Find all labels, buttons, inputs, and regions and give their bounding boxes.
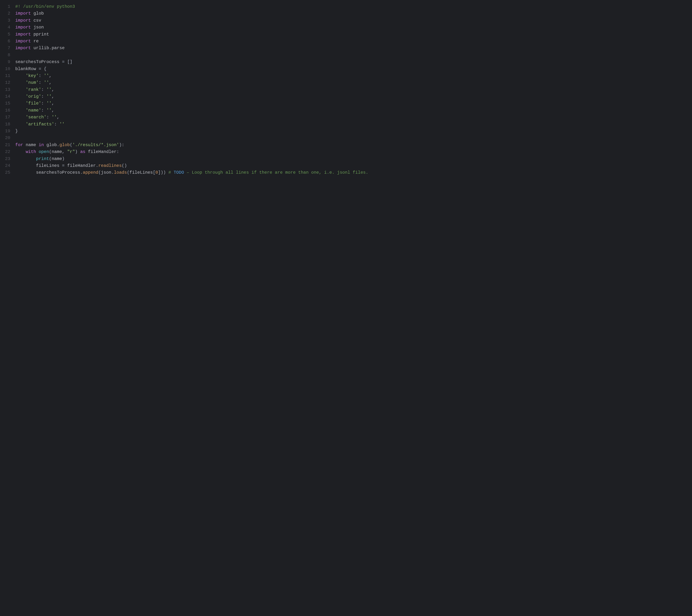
token-punct (65, 60, 67, 64)
code-line[interactable]: #! /usr/bin/env python3 (15, 3, 690, 10)
code-line[interactable]: with open(name, "r") as fileHandler: (15, 149, 690, 155)
token-punct (41, 80, 44, 85)
token-punct (44, 142, 46, 147)
code-line[interactable]: import csv (15, 17, 690, 24)
token-punct (60, 60, 62, 64)
code-line[interactable]: 'search': '', (15, 114, 690, 121)
token-punct (31, 11, 33, 16)
token-punct (41, 66, 44, 71)
code-line[interactable]: import pprint (15, 31, 690, 38)
token-punct (36, 149, 39, 154)
line-number: 2 (5, 10, 10, 17)
token-ident: json (34, 25, 44, 30)
token-punct (15, 87, 26, 92)
token-string: 'artifacts' (26, 122, 54, 127)
token-punct (15, 156, 36, 161)
token-punct: , (49, 80, 51, 85)
token-call: append (83, 170, 98, 175)
token-punct: ) (75, 149, 78, 154)
token-punct: ) (119, 142, 122, 147)
token-keyword: with (26, 149, 36, 154)
code-editor[interactable]: 1234567891011121314151617181920212223242… (0, 0, 692, 616)
token-punct (57, 122, 59, 127)
token-punct: : (39, 80, 41, 85)
token-string: 'name' (26, 108, 41, 113)
token-punct: ] (158, 170, 160, 175)
token-punct: ( (127, 170, 129, 175)
token-builtin: print (36, 156, 49, 161)
line-number-gutter: 1234567891011121314151617181920212223242… (0, 3, 15, 613)
token-punct: ) (163, 170, 166, 175)
token-punct: , (51, 94, 54, 99)
token-punct: : (46, 115, 49, 119)
token-string: 'num' (26, 80, 39, 85)
code-line[interactable]: 'artifacts': '' (15, 121, 690, 128)
line-number: 9 (5, 59, 10, 65)
code-line[interactable] (15, 135, 690, 141)
code-line[interactable]: 'key': '', (15, 72, 690, 79)
line-number: 17 (5, 114, 10, 121)
line-number: 3 (5, 17, 10, 24)
token-string: '' (51, 115, 57, 119)
line-number: 20 (5, 135, 10, 141)
code-line[interactable]: searchesToProcess.append(json.loads(file… (15, 169, 690, 176)
token-keyword: import (15, 46, 31, 50)
token-punct: ) (160, 170, 163, 175)
token-punct: ) (62, 156, 65, 161)
code-line[interactable] (15, 52, 690, 59)
token-punct (65, 149, 67, 154)
code-line[interactable]: import json (15, 24, 690, 31)
line-number: 4 (5, 24, 10, 31)
token-punct: , (51, 87, 54, 92)
code-line[interactable]: } (15, 128, 690, 135)
token-string: '' (60, 122, 65, 127)
token-punct: , (51, 108, 54, 113)
token-punct: : (41, 94, 44, 99)
token-punct: ( (49, 149, 51, 154)
token-ident: fileLines (130, 170, 153, 175)
token-ident: json (101, 170, 111, 175)
code-line[interactable]: 'file': '', (15, 100, 690, 107)
code-line[interactable]: fileLines = fileHandler.readlines() (15, 162, 690, 169)
token-punct (65, 163, 67, 168)
token-string: '' (46, 101, 52, 106)
code-line[interactable]: blankRow = { (15, 66, 690, 72)
token-ident: blankRow (15, 66, 36, 71)
line-number: 18 (5, 121, 10, 128)
code-line[interactable]: 'name': '', (15, 107, 690, 114)
token-call: readlines (99, 163, 122, 168)
token-punct (60, 163, 62, 168)
token-keyword: import (15, 18, 31, 23)
code-line[interactable]: 'orig': '', (15, 93, 690, 100)
token-keyword: import (15, 11, 31, 16)
line-number: 19 (5, 128, 10, 135)
code-line[interactable]: import glob (15, 10, 690, 17)
token-punct (31, 39, 33, 44)
code-line[interactable]: for name in glob.glob('./results/*.json'… (15, 141, 690, 149)
code-line[interactable]: searchesToProcess = [] (15, 59, 690, 65)
token-string: 'orig' (26, 94, 41, 99)
code-line[interactable]: 'rank': '', (15, 86, 690, 93)
token-punct (31, 18, 33, 23)
token-op: = (62, 163, 65, 168)
token-string: '' (44, 73, 49, 78)
token-call: loads (114, 170, 127, 175)
code-line[interactable]: import re (15, 38, 690, 45)
code-line[interactable]: 'num': '', (15, 79, 690, 86)
line-number: 24 (5, 162, 10, 169)
token-punct: , (51, 101, 54, 106)
token-number: 0 (155, 170, 158, 175)
code-area[interactable]: #! /usr/bin/env python3import globimport… (15, 3, 690, 613)
token-punct: , (62, 149, 65, 154)
code-line[interactable]: import urllib.parse (15, 45, 690, 51)
token-builtin: open (39, 149, 49, 154)
token-punct (44, 108, 46, 113)
token-punct: . (57, 142, 59, 147)
token-punct (15, 80, 26, 85)
token-punct: } (15, 129, 18, 133)
token-punct (44, 101, 46, 106)
token-ident: name (26, 142, 36, 147)
token-ident: fileHandler (88, 149, 116, 154)
line-number: 16 (5, 107, 10, 114)
code-line[interactable]: print(name) (15, 155, 690, 162)
